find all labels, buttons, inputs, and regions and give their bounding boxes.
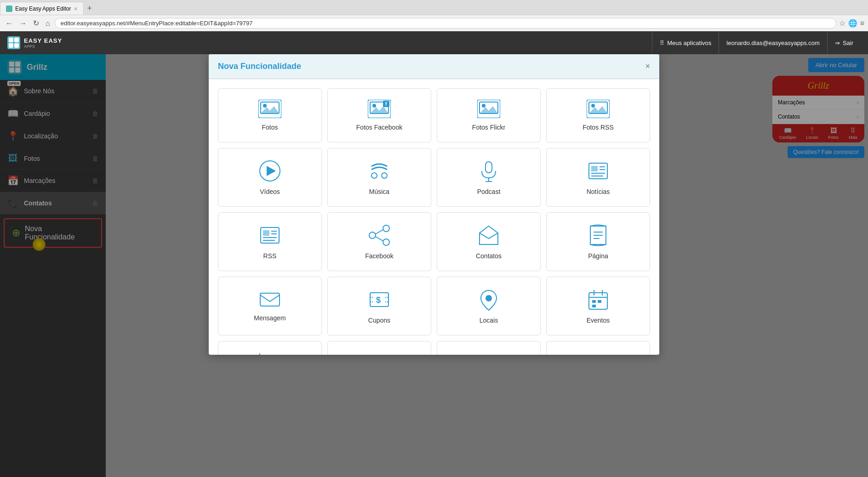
svg-rect-58 [598, 300, 601, 303]
fotos-flickr-icon [477, 100, 500, 118]
svg-marker-2 [261, 106, 279, 114]
bookmark-icon[interactable]: ☆ [839, 19, 845, 28]
app-header: EASY EASY APPS ⠿ Meus aplicativos leonar… [0, 31, 868, 54]
address-bar: ← → ↻ ⌂ ☆ 🌐 ≡ [0, 15, 868, 31]
features-grid: Fotos f Fotos Facebook [218, 88, 650, 355]
svg-marker-16 [589, 106, 607, 114]
fotos-feature-icon [258, 100, 281, 118]
tab-title: Easy Easy Apps Editor [15, 6, 71, 12]
svg-point-3 [263, 104, 267, 108]
svg-point-21 [382, 173, 387, 178]
meus-aplicativos-button[interactable]: ⠿ Meus aplicativos [652, 31, 719, 54]
fotos-rss-icon [587, 100, 610, 118]
noticias-icon [587, 159, 610, 182]
svg-point-7 [372, 104, 376, 108]
logo-grid-icon [7, 36, 20, 49]
mensagem-icon [258, 290, 281, 309]
forward-button[interactable]: → [17, 18, 29, 28]
feature-cupons[interactable]: $ Cupons [327, 277, 431, 335]
locais-feature-label: Locais [480, 317, 498, 324]
email-label: leonardo.dias@easyeasyapps.com [726, 40, 820, 46]
new-tab-button[interactable]: + [84, 2, 96, 15]
header-nav: ⠿ Meus aplicativos leonardo.dias@easyeas… [652, 31, 861, 54]
noticias-feature-label: Notícias [587, 188, 610, 195]
menu-icon[interactable]: ≡ [860, 19, 864, 28]
reload-button[interactable]: ↻ [31, 18, 41, 28]
email-button[interactable]: leonardo.dias@easyeasyapps.com [719, 31, 827, 54]
feature-videos[interactable]: Vídeos [218, 148, 322, 207]
sair-button[interactable]: ⇒ Sair [827, 31, 861, 54]
back-button[interactable]: ← [4, 18, 15, 28]
logo-main-text: EASY EASY [24, 37, 62, 44]
svg-point-17 [591, 104, 595, 108]
feature-podcast[interactable]: Podcast [437, 148, 541, 207]
logo-text-block: EASY EASY APPS [24, 37, 62, 49]
feature-pagina[interactable]: Página [546, 212, 650, 271]
svg-rect-45 [260, 293, 280, 306]
svg-rect-32 [263, 230, 269, 236]
videos-icon [258, 159, 281, 182]
mensagem-feature-label: Mensagem [254, 314, 286, 322]
svg-point-38 [383, 225, 389, 232]
fotos-flickr-feature-label: Fotos Flickr [472, 124, 505, 131]
exit-icon: ⇒ [835, 40, 840, 46]
pagina-icon [587, 224, 610, 247]
feature-fotos-rss[interactable]: Fotos RSS [546, 88, 650, 142]
home-button[interactable]: ⌂ [44, 18, 52, 28]
modal-body: Fotos f Fotos Facebook [209, 79, 659, 355]
cupons-icon: $ [368, 288, 391, 311]
feature-fotos[interactable]: Fotos [218, 88, 322, 142]
videos-feature-label: Vídeos [260, 188, 280, 195]
musica-icon [368, 159, 391, 182]
feature-produtos[interactable]: Produtos [218, 341, 322, 355]
feature-mensagem[interactable]: Mensagem [218, 277, 322, 335]
feature-catalogo[interactable]: Catálogo [327, 341, 431, 355]
svg-rect-59 [592, 305, 596, 307]
eventos-icon [587, 288, 610, 311]
rss-feature-label: RSS [263, 252, 277, 260]
svg-point-13 [482, 104, 485, 108]
fotos-facebook-icon: f [368, 100, 391, 118]
svg-point-52 [485, 295, 492, 301]
svg-rect-57 [592, 300, 596, 303]
url-input[interactable] [55, 18, 836, 28]
browser-tab[interactable]: Easy Easy Apps Editor × [0, 2, 84, 15]
facebook-feature-label: Facebook [365, 252, 393, 260]
feature-noticias[interactable]: Notícias [546, 148, 650, 207]
feature-fotos-facebook[interactable]: f Fotos Facebook [327, 88, 431, 142]
svg-line-63 [259, 353, 261, 355]
svg-rect-26 [591, 166, 598, 171]
sair-label: Sair [843, 40, 853, 46]
svg-point-39 [383, 239, 389, 245]
feature-eventos[interactable]: Eventos [546, 277, 650, 335]
feature-cardapio2[interactable]: Cardápio [437, 341, 541, 355]
modal-close-button[interactable]: × [645, 62, 650, 71]
fotos-feature-label: Fotos [262, 124, 278, 131]
svg-marker-12 [480, 106, 498, 114]
feature-rss[interactable]: RSS [218, 212, 322, 271]
produtos-icon [258, 352, 281, 355]
catalogo-icon [368, 352, 391, 355]
contatos-feature-label: Contatos [476, 252, 502, 260]
modal-header: Nova Funcionalidade × [209, 54, 659, 79]
facebook-share-icon [368, 224, 391, 247]
svg-text:$: $ [376, 295, 381, 305]
feature-contatos[interactable]: Contatos [437, 212, 541, 271]
feature-musica[interactable]: Música [327, 148, 431, 207]
grid-icon: ⠿ [660, 40, 664, 46]
feature-locais[interactable]: Locais [437, 277, 541, 335]
extensions-icon[interactable]: 🌐 [848, 19, 857, 28]
tab-favicon [6, 6, 12, 12]
eventos-feature-label: Eventos [587, 317, 610, 324]
browser-actions: ☆ 🌐 ≡ [839, 19, 864, 28]
tab-close-button[interactable]: × [74, 5, 77, 12]
app-logo: EASY EASY APPS [7, 36, 62, 49]
nova-funcionalidade-modal: Nova Funcionalidade × Fotos [209, 54, 659, 355]
contatos-feature-icon [477, 224, 500, 247]
main-layout: Grillz 🏠 OPEN Sobre Nós 🗑 📖 Cardápio 🗑 📍… [0, 54, 868, 477]
rss-icon [258, 224, 281, 247]
feature-facebook[interactable]: Facebook [327, 212, 431, 271]
feature-sitio-web[interactable]: </> Sítio Web [546, 341, 650, 355]
feature-fotos-flickr[interactable]: Fotos Flickr [437, 88, 541, 142]
svg-line-40 [376, 230, 383, 234]
